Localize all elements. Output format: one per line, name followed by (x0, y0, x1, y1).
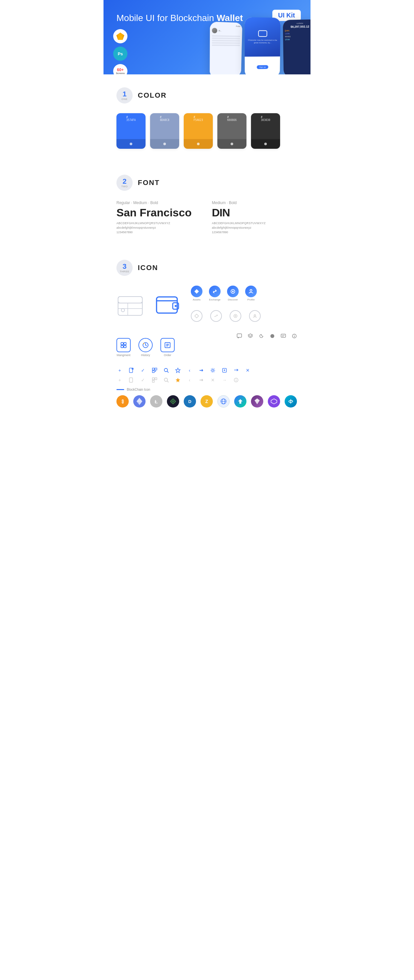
plus-icon: + (116, 367, 123, 374)
phone-middle: Character may be restricted in the great… (245, 17, 280, 75)
circle-fill-icon (269, 333, 275, 339)
check-icon: ✓ (140, 367, 146, 374)
assets-icon (191, 286, 202, 297)
svg-rect-44 (152, 371, 154, 372)
svg-point-60 (236, 379, 236, 379)
svg-point-14 (175, 305, 177, 307)
svg-point-21 (235, 315, 236, 317)
search-icon (163, 367, 169, 374)
wallet-icons-row: Assets Exchange Discover (116, 286, 298, 325)
color-swatch-blue: #3574FA (116, 113, 145, 149)
profile-ghost-icon (249, 310, 261, 322)
nano-icon (285, 395, 297, 407)
color-number-badge: 1 ONE (116, 88, 132, 103)
font-din-lowercase: abcdefghijklmnopqrstuvwxyz (212, 226, 298, 229)
swap-icon (233, 367, 239, 374)
nav-assets: Assets (191, 286, 202, 301)
dash-icon: D (184, 395, 196, 407)
font-sf-name: San Francisco (116, 206, 202, 219)
mgmt-icon (116, 338, 131, 352)
svg-point-8 (121, 309, 124, 312)
screens-badge: 60+ Screens (113, 64, 127, 75)
mgmt-row: Mangment History Order (116, 333, 298, 362)
ethereum-icon (133, 395, 145, 407)
font-din-name: DIN (212, 206, 298, 219)
svg-marker-70 (271, 399, 277, 404)
icon-number-badge: 3 THREE (116, 260, 132, 276)
font-din-uppercase: ABCDEFGHIJKLMNOPQRSTUVWXYZ (212, 221, 298, 225)
font-title: FONT (138, 178, 160, 187)
exchange-ghost-icon (210, 310, 222, 322)
svg-rect-32 (237, 334, 242, 337)
nav-profile: Profile (245, 286, 257, 301)
order-item: Order (161, 338, 175, 357)
discover-ghost-icon (230, 310, 241, 322)
font-section: 2 TWO FONT Regular · Medium · Bold San F… (104, 162, 310, 247)
chevron-left-icon: ‹ (186, 367, 193, 374)
svg-marker-67 (238, 399, 243, 404)
svg-marker-48 (176, 368, 180, 372)
assets-ghost-icon (191, 310, 202, 322)
wallet-colored-icon (155, 292, 181, 319)
svg-rect-26 (124, 345, 126, 348)
hero-section: Mobile UI for Blockchain Wallet UI Kit P… (104, 0, 310, 75)
text-icons-right (236, 333, 298, 339)
edit-doc-icon (128, 367, 135, 374)
svg-marker-4 (118, 35, 123, 40)
svg-marker-2 (116, 35, 118, 40)
svg-marker-19 (195, 314, 199, 318)
font-din-numbers: 1234567890 (212, 231, 298, 234)
icon-section: 3 THREE ICON (104, 247, 310, 420)
history-item: History (139, 338, 153, 357)
dark-crypto-icon (167, 395, 179, 407)
nav-exchange: Exchange (209, 286, 221, 301)
font-sf-lowercase: abcdefghijklmnopqrstuvwxyz (116, 226, 202, 229)
svg-point-22 (254, 315, 256, 316)
star-filled-icon (175, 377, 181, 383)
network-icon (217, 395, 230, 407)
hero-badges: Ps 60+ Screens (113, 29, 127, 75)
font-din-weight: Medium · Bold (212, 200, 298, 205)
svg-line-47 (167, 371, 169, 372)
svg-line-56 (167, 381, 169, 382)
share-ghost-icon (198, 377, 204, 383)
svg-point-49 (212, 369, 214, 371)
diamond-icon (251, 395, 263, 407)
color-swatches: #3574FA #8DA0C8 #F5A623 #666666 #303030 (116, 113, 298, 149)
qr-icon (151, 367, 158, 374)
discover-icon (227, 286, 239, 297)
exchange-icon (209, 286, 221, 297)
svg-point-39 (294, 335, 295, 336)
qr-ghost-icon (151, 377, 158, 383)
phone-mockups: Profile AI... Character may be restricte… (210, 18, 310, 75)
star-icon (175, 367, 181, 374)
profile-label: Profile (247, 298, 255, 301)
nav-icons-ghost-row (191, 310, 261, 322)
svg-marker-57 (176, 378, 180, 382)
color-swatch-grayblue: #8DA0C8 (150, 113, 179, 149)
blockchain-text: BlockChain Icon (127, 388, 150, 391)
font-sf-weight: Regular · Medium · Bold (116, 200, 202, 205)
mgmt-item: Mangment (116, 338, 131, 357)
svg-rect-53 (155, 378, 157, 380)
svg-rect-45 (155, 371, 156, 372)
wallet-icon-svg (155, 292, 181, 318)
plus-ghost-icon: + (116, 377, 123, 383)
info-icon (291, 333, 298, 339)
search-ghost-icon (163, 377, 169, 383)
font-sf: Regular · Medium · Bold San Francisco AB… (116, 200, 202, 234)
svg-rect-25 (121, 345, 123, 348)
nav-icons-area: Assets Exchange Discover (191, 286, 261, 325)
svg-rect-54 (152, 380, 154, 382)
svg-rect-52 (152, 378, 154, 380)
svg-point-33 (271, 334, 274, 338)
assets-label: Assets (193, 298, 201, 301)
svg-rect-6 (118, 297, 142, 315)
history-icon (139, 338, 153, 352)
wallet-wireframe-icon (116, 291, 145, 320)
icon-title: ICON (138, 264, 158, 272)
font-din: Medium · Bold DIN ABCDEFGHIJKLMNOPQRSTUV… (212, 200, 298, 234)
svg-rect-23 (121, 342, 123, 345)
sketch-badge (113, 29, 127, 43)
blockchain-line (116, 389, 124, 390)
